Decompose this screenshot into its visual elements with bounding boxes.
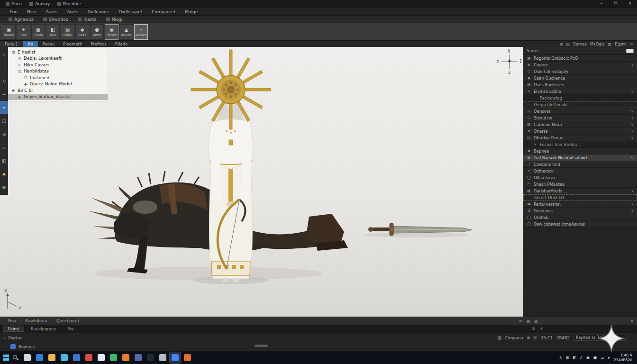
viewport-header-control[interactable]: Egsm bbox=[615, 42, 626, 46]
chevron-down-icon[interactable]: ∨ bbox=[631, 136, 634, 140]
tray-icon[interactable]: ∧ bbox=[559, 355, 562, 360]
tool-button[interactable]: ⊞ bbox=[0, 127, 8, 141]
tab-row-icon[interactable]: × bbox=[540, 327, 543, 331]
inspector-row[interactable]: ▬ Perturversion ∨ bbox=[523, 201, 637, 208]
taskbar-app-button[interactable] bbox=[120, 352, 131, 363]
taskbar-clock[interactable]: 1:40 N 23A9B520 bbox=[614, 353, 634, 363]
inspector-row[interactable]: ⊡ Sieoul.no ∨ bbox=[523, 115, 637, 121]
tray-icon[interactable]: ◧ bbox=[573, 355, 576, 360]
inspector-row[interactable]: ≡ Elveise Loline ∨ bbox=[523, 88, 637, 95]
bottom-tab[interactable]: Paimi bbox=[3, 326, 24, 332]
inspector-row[interactable]: ◆ Cean Guckence bbox=[523, 75, 637, 82]
inspector-row[interactable]: ▦ Oses Badesses bbox=[523, 82, 637, 88]
viewport-menu-item[interactable]: Pleemath bbox=[59, 42, 86, 46]
chevron-right-icon[interactable]: › bbox=[4, 336, 5, 340]
menu-item[interactable]: Azars bbox=[41, 9, 63, 14]
taskbar-app-button[interactable] bbox=[170, 352, 181, 363]
tool-button[interactable]: ↔ bbox=[0, 88, 8, 101]
asset-item-label[interactable]: Bovtuce bbox=[18, 345, 35, 349]
taskbar-app-button[interactable] bbox=[46, 352, 57, 363]
start-button-icon[interactable] bbox=[3, 355, 9, 361]
viewport-header-control[interactable]: ▥ bbox=[608, 42, 612, 46]
axis-gizmo-bottom-left[interactable]: X 2 bbox=[4, 289, 21, 310]
inspector-row[interactable]: ▭ Shesn PMaotea bbox=[523, 181, 637, 188]
inspector-row[interactable]: ⊟ Drepp hleOvrsibl… bbox=[523, 101, 637, 108]
chevron-down-icon[interactable]: ∨ bbox=[631, 116, 634, 120]
inspector-row[interactable]: ⊞ Oensver ∨ bbox=[523, 108, 637, 115]
toolbar-button[interactable]: ▦ Chuia bbox=[31, 24, 45, 40]
window-control-button[interactable]: × bbox=[623, 0, 637, 8]
toolbar-button[interactable]: ● Yomo bbox=[90, 24, 104, 40]
outliner-item[interactable]: ◈ Geyes blatbar_bkaslai bbox=[8, 94, 108, 100]
chevron-down-icon[interactable]: ∨ bbox=[631, 109, 634, 113]
chevron-down-icon[interactable]: ∨ bbox=[631, 63, 634, 67]
sun-halo[interactable] bbox=[191, 50, 271, 129]
menu-item[interactable]: Compareet bbox=[147, 9, 180, 14]
outliner-item[interactable]: ◻ Hanbildstas bbox=[8, 68, 108, 75]
tool-button[interactable]: ▱ bbox=[0, 141, 8, 154]
inspector-row[interactable]: Fackonslog bbox=[523, 95, 637, 101]
bottom-panel-icon[interactable]: ▥ bbox=[533, 336, 537, 340]
viewport-header-control[interactable]: ▤ bbox=[566, 42, 570, 46]
inspector-row[interactable]: ▦ Carveno Nisra ∨ bbox=[523, 121, 637, 128]
toolbar-button[interactable]: + haz bbox=[17, 24, 30, 40]
status-far-icon[interactable]: ¤ bbox=[631, 319, 633, 323]
chevron-down-icon[interactable]: ∨ bbox=[631, 89, 634, 93]
viewport-header-control[interactable]: Serves bbox=[573, 42, 587, 46]
outliner-item[interactable]: ▤ E haslist bbox=[8, 49, 108, 55]
taskbar-app-button[interactable] bbox=[83, 352, 94, 363]
status-icon[interactable]: ▤ bbox=[527, 319, 530, 323]
outliner-item[interactable]: ◆ Gperv_Nalox_Model bbox=[8, 81, 108, 88]
status-item[interactable]: Fina bbox=[4, 318, 21, 323]
tool-button[interactable]: ↖ bbox=[0, 48, 8, 61]
tray-icon[interactable]: ▸ bbox=[608, 355, 610, 360]
inspector-row[interactable]: ◇ Osie Col nsdajoly bbox=[523, 68, 637, 75]
menu-item[interactable]: Eon bbox=[5, 9, 22, 14]
chevron-down-icon[interactable]: ↻ bbox=[630, 155, 634, 160]
toolbar-button[interactable]: ▣ Roues bbox=[2, 24, 16, 40]
inspector-row[interactable]: ≣ Onerss ∨ bbox=[523, 128, 637, 135]
viewport-header-control[interactable]: ≫ bbox=[629, 42, 633, 46]
menu-item[interactable]: Shwddoo bbox=[38, 17, 73, 22]
chevron-down-icon[interactable]: ∨ bbox=[631, 122, 634, 127]
inspector-row[interactable]: ▱ Ocinersck bbox=[523, 168, 637, 174]
titlebar-menu-item[interactable]: Audiay bbox=[26, 0, 54, 8]
taskbar-app-button[interactable] bbox=[59, 352, 70, 363]
menu-item[interactable]: Aorts bbox=[62, 9, 82, 14]
status-icon[interactable]: ⊞ bbox=[519, 319, 522, 323]
viewport-tab[interactable]: An bbox=[23, 41, 38, 47]
taskbar-app-button[interactable] bbox=[157, 352, 168, 363]
menu-item[interactable]: Agnewca bbox=[4, 17, 38, 22]
tray-icon[interactable]: ◉ bbox=[586, 355, 590, 360]
toolbar-button[interactable]: ⌂ Aduize bbox=[134, 24, 148, 40]
titlebar-menu-item[interactable]: Arxis bbox=[2, 0, 26, 8]
inspector-row[interactable]: ▣ Tral Barsort Nicorivtsalnod ↻ bbox=[523, 155, 637, 161]
taskbar-app-button[interactable] bbox=[145, 352, 156, 363]
inspector-row[interactable]: ◯ Osw cobswat lcmeAsures bbox=[523, 221, 637, 228]
inspector-row[interactable]: ▤ Oferdoe Penus ∨ bbox=[523, 135, 637, 141]
chevron-down-icon[interactable]: ∨ bbox=[631, 189, 634, 193]
menu-item[interactable]: Owllesapet bbox=[114, 9, 147, 14]
viewport-header-control[interactable]: MsOgis bbox=[590, 42, 605, 46]
search-icon[interactable] bbox=[12, 355, 18, 361]
tool-button[interactable]: ◧ bbox=[0, 154, 8, 167]
menu-item[interactable]: Malge bbox=[180, 9, 202, 14]
tool-button[interactable]: ↻ bbox=[0, 74, 8, 88]
bottom-tab[interactable]: Ravelpgrgey bbox=[26, 326, 61, 332]
tool-button[interactable]: + bbox=[0, 61, 8, 74]
inspector-row[interactable]: ▦ GansbarAteds … ∨ bbox=[523, 188, 637, 194]
axis-gizmo-top-right[interactable]: X x 2 2 bbox=[497, 49, 522, 75]
tool-button[interactable]: ▣ bbox=[0, 181, 8, 194]
inspector-row[interactable]: ▱ Cowtons rind bbox=[523, 161, 637, 168]
inspector-row[interactable]: Rered 1832 D3 bbox=[523, 194, 637, 201]
outliner-item[interactable]: ◻ Corfoned bbox=[8, 74, 108, 81]
menu-item[interactable]: Idasta bbox=[73, 17, 101, 22]
outliner-item[interactable]: ◫ Debis, Lexenkeeft bbox=[8, 55, 108, 62]
bottom-panel-icon[interactable]: ⊞ bbox=[527, 336, 530, 340]
taskbar-app-button[interactable] bbox=[96, 352, 107, 363]
status-item[interactable]: Qlrectvure) bbox=[52, 318, 84, 323]
window-control-button[interactable]: ▢ bbox=[609, 0, 623, 8]
viewport-menu-item[interactable]: Prefincs bbox=[86, 42, 110, 46]
outliner-item[interactable]: ▷ Hikn Cavars bbox=[8, 62, 108, 68]
bottom-panel-input[interactable] bbox=[573, 335, 627, 341]
